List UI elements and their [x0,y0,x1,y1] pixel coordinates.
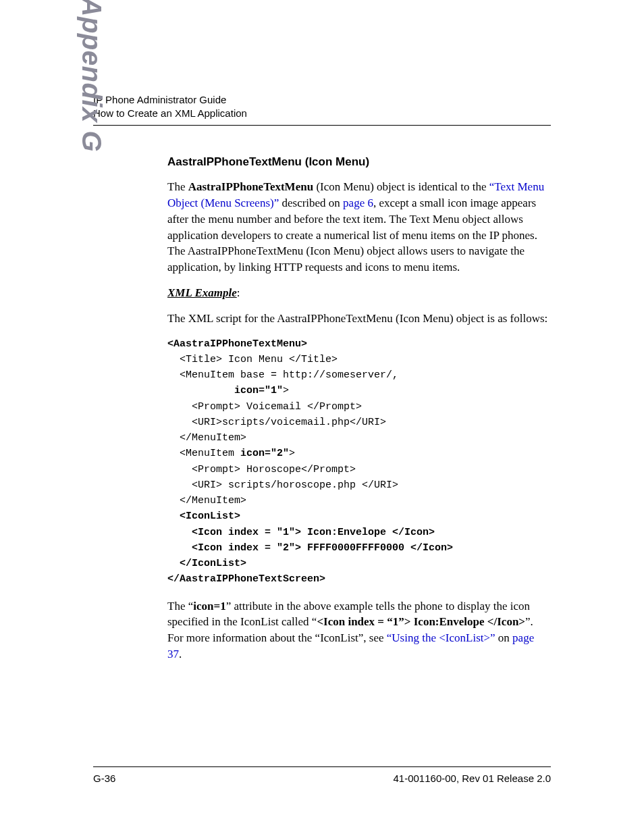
code-line: <IconList> [167,511,240,522]
text: The [167,180,188,193]
main-content: AastraIPPhoneTextMenu (Icon Menu) The Aa… [167,154,551,662]
footer-rule [93,766,551,767]
appendix-side-tab: Appendix G [73,0,111,152]
xml-example-label: XML Example: [167,285,551,301]
page-footer: G-36 41-001160-00, Rev 01 Release 2.0 [93,766,551,785]
bold-term: <Icon index = “1”> Icon:Envelope </Icon> [317,615,525,628]
intro-paragraph: The AastraIPPhoneTextMenu (Icon Menu) ob… [167,179,551,276]
section-heading: AastraIPPhoneTextMenu (Icon Menu) [167,154,551,170]
bold-term: icon=1 [193,600,225,613]
text: . [179,648,182,660]
code-line: <AastraIPPhoneTextMenu> [167,338,307,350]
xml-example-label-colon: : [237,286,240,299]
running-header: IP Phone Administrator Guide How to Crea… [93,93,551,121]
code-line: icon="1"> [167,385,289,396]
code-line: <MenuItem base = http://someserver/, [167,369,398,381]
code-line: </MenuItem> [167,432,246,444]
text: The “ [167,600,193,613]
xml-intro-paragraph: The XML script for the AastraIPPhoneText… [167,311,551,327]
text: described on [279,197,343,209]
outro-paragraph: The “icon=1” attribute in the above exam… [167,598,551,662]
link-using-iconlist[interactable]: “Using the <IconList>” [387,631,495,644]
code-line: <Prompt> Horoscope</Prompt> [167,464,356,475]
code-line: <Icon index = "1"> Icon:Envelope </Icon> [167,527,435,538]
code-line: </AastraIPPhoneTextScreen> [167,573,325,585]
text: (Icon Menu) object is identical to the [313,180,489,193]
code-line: </MenuItem> [167,495,246,506]
code-line: <Icon index = "2"> FFFF0000FFFF0000 </Ic… [167,542,453,554]
header-rule [93,125,551,126]
code-block: <AastraIPPhoneTextMenu> <Title> Icon Men… [167,336,551,588]
code-line: </IconList> [167,558,246,569]
code-line: <MenuItem icon="2"> [167,448,295,459]
code-line: <Title> Icon Menu </Title> [167,354,338,365]
text: on [495,631,513,644]
header-line-1: IP Phone Administrator Guide [93,93,551,107]
bold-term: AastraIPPhoneTextMenu [188,180,313,193]
link-page-6[interactable]: page 6 [343,197,373,209]
xml-example-label-text: XML Example [167,286,237,299]
code-line: <URI>scripts/voicemail.php</URI> [167,417,386,428]
footer-page-number: G-36 [93,771,115,785]
code-line: <URI> scripts/horoscope.php </URI> [167,479,398,491]
code-line: <Prompt> Voicemail </Prompt> [167,401,362,413]
header-line-2: How to Create an XML Application [93,107,551,120]
footer-doc-id: 41-001160-00, Rev 01 Release 2.0 [394,771,552,785]
